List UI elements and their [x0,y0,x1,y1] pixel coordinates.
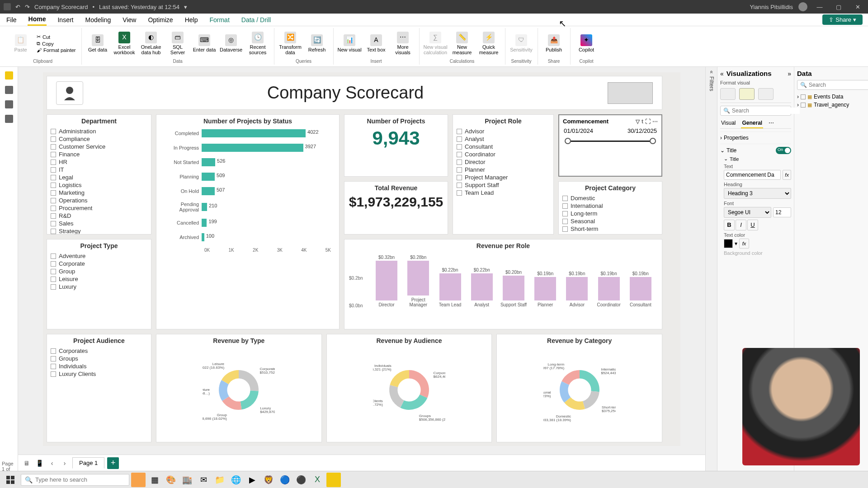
close-button[interactable]: ✕ [851,4,864,10]
slicer-item[interactable]: Long-term [562,210,658,217]
refresh-button[interactable]: 🔄Refresh [305,34,330,52]
project-type-slicer[interactable]: Project Type AdventureCorporateGroupLeis… [47,239,151,329]
slicer-item[interactable]: R&D [51,212,147,220]
slicer-item[interactable]: Luxury [51,283,147,291]
slicer-item[interactable]: Planner [457,166,550,174]
menu-view[interactable]: View [122,14,137,25]
audience-slicer[interactable]: Project Audience CorporatesGroupsIndivid… [47,334,151,442]
minimize-button[interactable]: — [813,4,826,10]
slicer-item[interactable]: Advisor [457,127,550,135]
title-toggle[interactable]: On [776,147,791,154]
taskbar-app[interactable]: ▶ [245,473,259,487]
slicer-item[interactable]: Short-term [562,225,658,233]
taskbar-app[interactable]: 🦁 [261,473,276,487]
menu-optimize[interactable]: Optimize [147,14,174,25]
donut-type[interactable]: Revenue by Type Corporate$510,752,542 (2… [156,334,322,442]
onelake-button[interactable]: ◐OneLake data hub [139,32,164,55]
kpi-revenue[interactable]: Total Revenue $1,973,229,155 [344,181,448,235]
redo-icon[interactable]: ↷ [25,4,30,10]
taskbar-app[interactable]: 🏬 [180,473,194,487]
fx-button[interactable]: fx [783,170,791,180]
slicer-item[interactable]: Group [51,267,147,275]
revenue-role-chart[interactable]: Revenue per Role $0.2bn$0.0bn $0.32bnDir… [344,239,662,329]
cut-button[interactable]: ✂ Cut [35,33,78,40]
get-data-button[interactable]: 🗄Get data [85,34,110,52]
department-slicer[interactable]: Department AdministrationComplianceCusto… [47,114,151,235]
slicer-item[interactable]: Corporates [51,347,147,355]
slicer-item[interactable]: Support Staff [457,181,550,189]
vis-search[interactable]: 🔍 [720,106,791,116]
slicer-item[interactable]: Procurement [51,204,147,212]
start-button[interactable] [2,473,19,487]
role-slicer[interactable]: Project Role AdvisorAnalystConsultantCoo… [453,114,554,235]
menu-file[interactable]: File [5,14,18,25]
tab-general[interactable]: General [741,118,763,128]
slicer-item[interactable]: Administration [51,127,147,135]
slicer-item[interactable]: Coordinator [457,150,550,158]
slicer-item[interactable]: Legal [51,174,147,181]
table-events[interactable]: › ▦Events Data [797,93,868,101]
collapse-icon[interactable]: « [720,70,724,77]
slicer-item[interactable]: Sales [51,220,147,227]
font-select[interactable]: Segoe UI [724,207,771,218]
copy-button[interactable]: ⧉ Copy [35,40,78,47]
filters-collapsed[interactable]: « Filters [706,67,717,471]
quick-measure-button[interactable]: ⚡Quick measure [476,32,501,55]
text-color-swatch[interactable] [724,239,733,248]
heading-select[interactable]: Heading 3 [724,188,791,199]
taskbar-chrome[interactable]: 🔵 [278,473,292,487]
table-travel[interactable]: › ▦Travel_agency [797,101,868,109]
slicer-item[interactable]: Director [457,158,550,166]
taskbar-app[interactable]: ⚫ [294,473,308,487]
analytics-icon[interactable] [758,88,774,100]
slicer-item[interactable]: Luxury Clients [51,370,147,378]
taskbar-app[interactable]: ✉ [196,473,211,487]
taskbar-powerbi[interactable] [326,473,341,487]
transform-button[interactable]: 🔀Transform data [278,32,303,55]
slicer-item[interactable]: Operations [51,197,147,204]
slicer-item[interactable]: IT [51,166,147,174]
slicer-item[interactable]: Finance [51,150,147,158]
taskbar-app[interactable] [131,473,146,487]
dropdown-icon[interactable]: ▾ [184,4,187,10]
tab-more[interactable]: ⋯ [768,118,775,128]
underline-button[interactable]: U [747,220,758,230]
slicer-item[interactable]: Individuals [51,362,147,370]
new-visual-button[interactable]: 📊New visual [337,34,362,52]
slicer-item[interactable]: Compliance [51,135,147,143]
category-slicer[interactable]: Project Category DomesticInternationalLo… [558,181,662,235]
data-search[interactable]: 🔍 [797,80,868,90]
model-view-icon[interactable] [5,100,13,108]
date-from[interactable]: 01/01/2024 [564,127,593,134]
menu-format[interactable]: Format [208,14,230,25]
status-chart[interactable]: Number of Projects by Status Completed40… [156,114,340,329]
menu-home[interactable]: Home [28,14,47,26]
text-box-button[interactable]: AText box [364,34,389,52]
report-view-icon[interactable] [5,71,13,80]
date-slider[interactable] [565,137,656,145]
slicer-item[interactable]: Team Lead [457,189,550,197]
bold-button[interactable]: B [724,220,735,230]
page-tab-1[interactable]: Page 1 [72,457,104,469]
kpi-projects[interactable]: Number of Projects 9,943 [344,114,448,177]
menu-modeling[interactable]: Modeling [84,14,112,25]
slicer-item[interactable]: Marketing [51,189,147,197]
format-painter-button[interactable]: 🖌 Format painter [35,47,78,53]
table-view-icon[interactable] [5,86,13,94]
next-page-icon[interactable]: › [60,458,70,468]
excel-button[interactable]: XExcel workbook [112,32,137,55]
sql-button[interactable]: 🗃SQL Server [165,32,190,55]
slicer-item[interactable]: Strategy [51,227,147,235]
publish-button[interactable]: 📤Publish [542,34,566,52]
slicer-item[interactable]: Consultant [457,143,550,150]
build-visual-icon[interactable] [720,88,736,100]
slicer-item[interactable]: HR [51,158,147,166]
copilot-button[interactable]: ✦Copilot [574,34,599,52]
dax-view-icon[interactable] [5,115,13,123]
slicer-item[interactable]: Domestic [562,194,658,202]
menu-help[interactable]: Help [184,14,199,25]
slicer-item[interactable]: Groups [51,355,147,362]
desktop-view-icon[interactable]: 🖥 [22,458,32,468]
slider-handle-right[interactable] [650,138,656,144]
properties-section[interactable]: › Properties [720,135,791,141]
